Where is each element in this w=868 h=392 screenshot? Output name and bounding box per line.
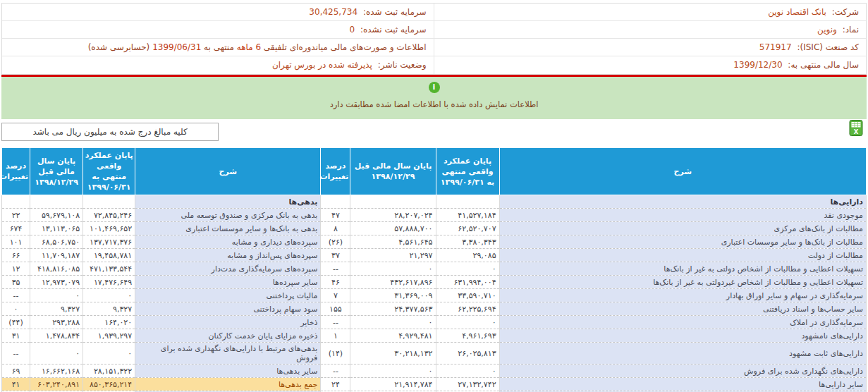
- liability-desc-cell: بدهی به بانک‌ها و سایر موسسات اعتباری: [135, 222, 321, 235]
- statement-segment: منتهی به: [201, 42, 236, 52]
- header-current-assets: پایان عملکرد واقعی منتهی به ۱۳۹۹/۰۶/۳۱: [436, 148, 499, 195]
- liability-current-cell: ۱۶۴,۰۲۰: [83, 316, 135, 329]
- isic-value: 571917: [759, 42, 792, 52]
- table-row: تسهیلات اعطایی و مطالبات از اشخاص دولتی …: [2, 262, 867, 276]
- asset-pct-cell: --: [321, 316, 350, 329]
- liability-previous-cell: ۰: [30, 343, 83, 365]
- liability-previous-cell: ۵۹,۶۷۹,۱۰۸: [30, 209, 83, 222]
- company-row: شرکت: بانک اقتصاد نوین: [434, 4, 867, 21]
- statement-segment: اطلاعات و صورت‌های مالی میاندوره‌ای تلفی…: [261, 42, 426, 52]
- isic-label: کد صنعت (ISIC):: [797, 42, 859, 52]
- registered-capital-label: سرمایه ثبت شده:: [363, 7, 427, 17]
- svg-text:X: X: [854, 128, 859, 135]
- asset-pct-cell: ۸: [321, 222, 350, 235]
- liability-pct-cell: ۱۰۱: [2, 235, 30, 249]
- statement-highlight: 1399/06/31: [152, 42, 201, 52]
- asset-current-cell: ۲۹,۰۸۵: [436, 249, 499, 262]
- unregistered-capital-row: سرمایه ثبت نشده: 0: [2, 21, 434, 39]
- table-row: سرمایه‌گذاری در املاک۰۰--ذخایر۱۶۴,۰۲۰۲۹۳…: [2, 316, 867, 329]
- section-row: دارایی‌هابدهی‌ها: [2, 195, 867, 209]
- company-value: بانک اقتصاد نوین: [768, 7, 826, 17]
- asset-previous-cell: ۴,۵۶۱,۶۴۵: [350, 235, 436, 249]
- symbol-label: نماد:: [843, 25, 859, 35]
- header-previous-assets: پایان سال مالی قبل ۱۳۹۸/۱۲/۲۹: [350, 148, 436, 195]
- liability-previous-cell: ۰: [30, 289, 83, 302]
- table-row: دارایی‌های ثابت مشهود۲۶,۰۲۵,۸۱۳۳۰,۲۱۸,۱۳…: [2, 343, 867, 365]
- table-row: مطالبات از بانک‌ها و سایر موسسات اعتباری…: [2, 235, 867, 249]
- header-current-liabilities: پایان عملکرد واقعی منتهی به ۱۳۹۹/۰۶/۳۱: [83, 148, 135, 195]
- empty-cell: [436, 195, 499, 209]
- asset-pct-cell: (۲۶): [321, 235, 350, 249]
- asset-previous-cell: ۲۸,۲۰۷,۰۲۴: [350, 209, 436, 222]
- liability-current-cell: ۴۷۱,۱۳۳,۵۴۴: [83, 262, 135, 276]
- asset-previous-cell: ۰: [350, 365, 436, 378]
- balance-table-body: دارایی‌هابدهی‌هاموجودی نقد۴۱,۵۲۷,۱۸۴۲۸,۲…: [2, 195, 867, 392]
- asset-desc-cell: سایر دارایی‌ها: [499, 378, 866, 391]
- liability-previous-cell: ۴۱۸,۸۱۶,۰۸۵: [30, 262, 83, 276]
- statement-title-row: اطلاعات و صورت‌های مالی میاندوره‌ای تلفی…: [2, 39, 434, 56]
- asset-pct-cell: ۷: [321, 289, 350, 302]
- asset-desc-cell: مطالبات از بانک‌ها و سایر موسسات اعتباری: [499, 235, 866, 249]
- registered-capital-value: 30,425,734: [309, 7, 357, 17]
- empty-cell: [30, 195, 83, 209]
- header-pct-liabilities: درصد تغییرات: [2, 148, 30, 195]
- publisher-status-value: پذیرفته شده در بورس تهران: [272, 60, 372, 70]
- unregistered-capital-label: سرمایه ثبت نشده:: [360, 25, 427, 35]
- liability-pct-cell: ۶۶: [2, 249, 30, 262]
- asset-desc-cell: مطالبات از بانک‌های مرکزی: [499, 222, 866, 235]
- liability-current-cell: ۷۲,۸۴۵,۲۴۶: [83, 209, 135, 222]
- company-label: شرکت:: [832, 7, 859, 17]
- asset-previous-cell: ۰: [350, 262, 436, 276]
- asset-current-cell: ۰: [436, 365, 499, 378]
- asset-desc-cell: مطالبات از دولت: [499, 249, 866, 262]
- liability-desc-cell: سپرده‌های پس‌انداز و مشابه: [135, 249, 321, 262]
- liability-pct-cell: ۴۱: [2, 378, 30, 391]
- liability-current-cell: ۱۳۷,۷۱۷,۳۷۶: [83, 235, 135, 249]
- publisher-status-row: وضعیت ناشر: پذیرفته شده در بورس تهران: [2, 56, 434, 74]
- liability-desc-cell: جمع بدهی‌ها: [135, 378, 321, 391]
- company-info-panel: شرکت: بانک اقتصاد نوین سرمایه ثبت شده: 3…: [1, 3, 867, 75]
- liability-current-cell: ۱۹,۴۵۸,۷۸۱: [83, 249, 135, 262]
- note-row: X کلیه مبالغ درج شده به میلیون ریال می ب…: [0, 121, 868, 143]
- asset-previous-cell: ۳۰,۲۱۸,۱۳۲: [350, 343, 436, 365]
- asset-desc-cell: تسهیلات اعطایی و مطالبات از اشخاص دولتی …: [499, 262, 866, 276]
- table-row: مطالبات از دولت۲۹,۰۸۵۲۱,۲۹۷۳۷سپرده‌های پ…: [2, 249, 867, 262]
- symbol-row: نماد: ونوین: [434, 21, 867, 39]
- asset-current-cell: ۴,۹۶۱,۶۹۳: [436, 329, 499, 343]
- asset-previous-cell: ۴,۹۲۹,۴۸۱: [350, 329, 436, 343]
- asset-desc-cell: سایر حساب‌ها و اسناد دریافتنی: [499, 302, 866, 316]
- asset-desc-cell: دارایی‌های نامشهود: [499, 329, 866, 343]
- table-row: تسهیلات اعطایی و مطالبات از اشخاص غیردول…: [2, 276, 867, 289]
- asset-previous-cell: ۲۱,۲۹۷: [350, 249, 436, 262]
- liability-desc-cell: سایر سپرده‌ها: [135, 276, 321, 289]
- header-previous-liabilities: پایان سال مالی قبل ۱۳۹۸/۱۲/۲۹: [30, 148, 83, 195]
- unregistered-capital-value: 0: [349, 25, 355, 35]
- liability-previous-cell: ۱۳,۱۱۳,۰۶۵: [30, 222, 83, 235]
- registered-capital-row: سرمایه ثبت شده: 30,425,734: [2, 4, 434, 21]
- liability-current-cell: ۲۸,۱۵۱,۳۲۲: [83, 365, 135, 378]
- asset-desc-cell: سرمایه‌گذاری در املاک: [499, 316, 866, 329]
- symbol-value: ونوین: [817, 25, 837, 35]
- banner-message: اطلاعات نمایش داده شده با اطلاعات امضا ش…: [1, 99, 867, 109]
- liability-desc-cell: سپرده‌های دیداری و مشابه: [135, 235, 321, 249]
- isic-row: کد صنعت (ISIC): 571917: [434, 39, 867, 56]
- empty-cell: [350, 195, 436, 209]
- table-header-row: شرح پایان عملکرد واقعی منتهی به ۱۳۹۹/۰۶/…: [2, 148, 867, 195]
- liability-pct-cell: --: [2, 343, 30, 365]
- asset-current-cell: ۴۱,۵۲۷,۱۸۴: [436, 209, 499, 222]
- fiscal-year-label: سال مالی منتهی به:: [788, 60, 859, 70]
- header-desc-liabilities: شرح: [135, 148, 321, 195]
- excel-export-icon[interactable]: X: [849, 119, 863, 137]
- asset-previous-cell: ۰: [350, 316, 436, 329]
- liability-desc-cell: ذخیره مزایای پایان خدمت کارکنان: [135, 329, 321, 343]
- liability-desc-cell: مالیات پرداختنی: [135, 289, 321, 302]
- liability-previous-cell: ۶۰۳,۲۴۰,۸۹۱: [30, 378, 83, 391]
- liability-pct-cell: ۱۲: [2, 262, 30, 276]
- liability-previous-cell: ۱۱,۷۰۹,۱۸۷: [30, 249, 83, 262]
- liability-desc-cell: سپرده‌های سرمایه‌گذاری مدت‌دار: [135, 262, 321, 276]
- asset-pct-cell: ۱۵۵: [321, 302, 350, 316]
- asset-section-label: دارایی‌ها: [499, 195, 866, 209]
- asset-current-cell: ۳,۳۸۰,۳۴۳: [436, 235, 499, 249]
- asset-current-cell: ۶۳۱,۹۹۴,۰۰۴: [436, 276, 499, 289]
- empty-cell: [2, 195, 30, 209]
